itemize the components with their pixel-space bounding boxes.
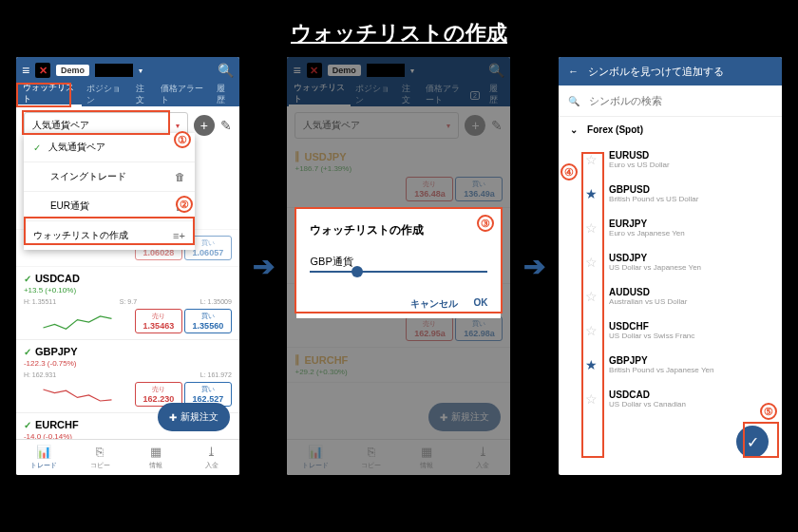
new-order-fab[interactable]: ✚新規注文 [158,403,230,431]
create-watchlist-dialog: ウォッチリストの作成 キャンセル OK [296,209,501,318]
redacted [95,64,133,77]
buy-button[interactable]: 買い1.35560 [184,309,232,333]
phone-screen-1: ≡ ✕ Demo ▾ 🔍 ウォッチリスト ポジション 注文 価格アラート 履歴 … [16,57,239,475]
back-icon[interactable]: ← [568,66,579,77]
symbol-name: USDJPY [609,253,701,263]
symbol-row[interactable]: ★ GBPUSD British Pound vs US Dollar [559,177,782,211]
star-icon[interactable]: ☆ [585,289,598,304]
symbol-row[interactable]: ☆ AUDUSD Australian vs US Dollar [559,279,782,314]
ok-button[interactable]: OK [473,297,487,311]
annotation-2: ② [176,196,193,213]
symbol-desc: Euro vs US Dollar [609,161,670,169]
symbol-desc: US Dollar vs Japanese Yen [609,263,701,272]
tab-history[interactable]: 履歴 [212,84,237,106]
tab-bar: ウォッチリスト ポジション 注文 価格アラート 履歴 [16,84,239,106]
chart-icon: 📊 [36,445,51,459]
tab-watchlist[interactable]: ウォッチリスト [18,84,83,106]
annotation-4: ④ [560,163,578,180]
dropdown-item[interactable]: スイングトレード🗑 [24,162,195,192]
dropdown-item[interactable]: EUR通貨🗑 [24,192,195,221]
pair-row[interactable]: ✓USDCAD +13.5 (+0.10%) H: 1.35511S: 9.7L… [16,267,239,340]
dropdown-item[interactable]: ✓人気通貨ペア [24,133,195,162]
dropdown-create-watchlist[interactable]: ウォッチリストの作成≡+ [24,221,195,250]
dialog-title: ウォッチリストの作成 [310,222,487,238]
arrow-icon: ➔ [523,251,545,282]
sell-button[interactable]: 売り1.35463 [135,309,182,333]
tab-order[interactable]: 注文 [131,84,156,106]
arrow-icon: ➔ [253,251,275,282]
news-icon: ▦ [150,445,162,459]
symbol-name: AUDUSD [609,287,687,297]
symbol-row[interactable]: ★ GBPJPY British Pound vs Japanese Yen [559,348,782,382]
star-icon[interactable]: ☆ [585,391,598,407]
symbol-name: EURUSD [609,150,670,161]
symbol-name: GBPUSD [609,184,698,195]
plus-icon: ✚ [169,412,177,423]
star-icon[interactable]: ☆ [585,255,598,270]
watchlist-select-label: 人気通貨ペア [32,119,89,132]
symbol-desc: Australian vs US Dollar [609,297,687,306]
star-icon[interactable]: ☆ [585,152,598,167]
symbol-row[interactable]: ☆ USDCAD US Dollar vs Canadian [559,382,782,416]
nav-info[interactable]: ▦情報 [127,440,183,475]
demo-badge: Demo [56,65,89,76]
app-logo: ✕ [35,63,50,78]
tab-alert[interactable]: 価格アラート [156,84,212,106]
symbol-name: EURJPY [609,218,685,229]
symbol-row[interactable]: ☆ EURJPY Euro vs Japanese Yen [559,211,782,245]
tab-position[interactable]: ポジション [82,84,130,106]
symbol-row[interactable]: ☆ USDCHF US Dollar vs Swiss Franc [559,314,782,348]
star-icon[interactable]: ★ [585,186,598,201]
text-cursor-handle[interactable] [352,266,363,277]
nav-trade[interactable]: 📊トレード [16,440,72,475]
annotation-1: ① [174,131,191,148]
symbol-desc: Euro vs Japanese Yen [609,229,685,238]
phone-screen-3: ← シンボルを見つけて追加する 🔍 ⌄ Forex (Spot) ☆ EURUS… [559,57,782,475]
symbol-row[interactable]: ☆ USDJPY US Dollar vs Japanese Yen [559,245,782,279]
symbol-desc: British Pound vs US Dollar [609,195,698,203]
trash-icon[interactable]: 🗑 [175,171,185,182]
symbol-search-input[interactable] [589,95,772,106]
annotation-5: ⑤ [760,403,777,420]
bottom-nav: 📊トレード ⎘コピー ▦情報 ⤓入金 [16,439,239,475]
symbol-name: USDCHF [609,321,694,332]
star-icon[interactable]: ☆ [585,323,598,338]
chevron-down-icon: ▾ [176,122,180,130]
search-icon: 🔍 [568,96,580,106]
nav-deposit[interactable]: ⤓入金 [183,440,239,475]
symbol-desc: US Dollar vs Swiss Franc [609,332,694,340]
add-button[interactable]: + [194,115,215,136]
symbol-desc: US Dollar vs Canadian [609,400,686,408]
edit-icon[interactable]: ✎ [220,118,232,133]
symbol-name: GBPJPY [609,355,713,366]
topbar: ← シンボルを見つけて追加する [559,57,782,86]
symbol-row[interactable]: ☆ EURUSD Euro vs US Dollar [559,142,782,177]
star-icon[interactable]: ☆ [585,220,598,236]
hamburger-icon[interactable]: ≡ [22,63,29,78]
page-title: ウォッチリストの作成 [0,0,798,57]
cancel-button[interactable]: キャンセル [410,297,458,311]
chevron-down-icon: ⌄ [570,124,578,135]
category-row[interactable]: ⌄ Forex (Spot) [559,117,782,142]
watchlist-name-input[interactable] [310,252,487,273]
copy-icon: ⎘ [96,445,104,459]
star-icon[interactable]: ★ [585,357,598,372]
create-list-icon: ≡+ [173,230,185,241]
symbol-name: USDCAD [609,390,686,400]
topbar: ≡ ✕ Demo ▾ 🔍 [16,57,239,84]
deposit-icon: ⤓ [206,445,217,459]
header-title: シンボルを見つけて追加する [588,65,724,79]
watchlist-dropdown: ✓人気通貨ペア スイングトレード🗑 EUR通貨🗑 ウォッチリストの作成≡+ [24,133,195,250]
symbol-desc: British Pound vs Japanese Yen [609,366,713,374]
search-icon[interactable]: 🔍 [218,63,234,78]
nav-copy[interactable]: ⎘コピー [72,440,128,475]
confirm-fab[interactable]: ✓ [736,426,769,458]
phone-screen-2: ≡ ✕ Demo ▾ 🔍 ウォッチリスト ポジション 注文 価格アラート2 履歴… [287,57,510,475]
